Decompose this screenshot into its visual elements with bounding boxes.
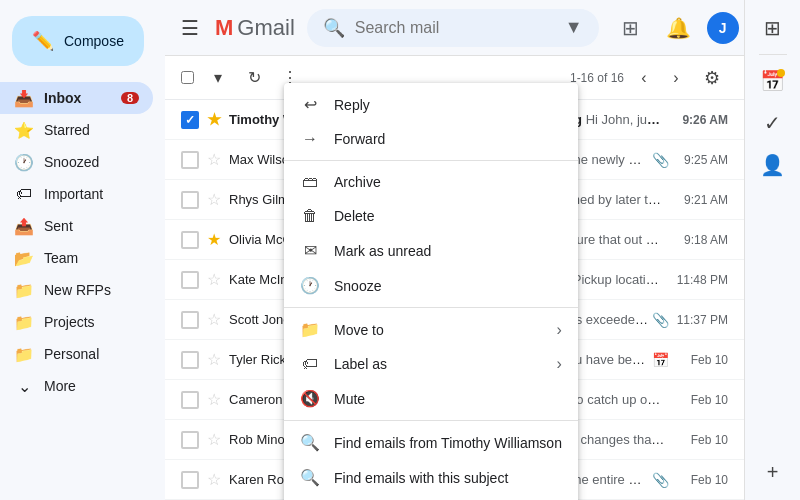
right-tasks-icon[interactable]: ✓	[753, 103, 793, 143]
prev-page-btn[interactable]: ‹	[628, 62, 660, 94]
email-time: 11:48 PM	[673, 273, 728, 287]
email-icons: 📎	[652, 312, 669, 328]
sidebar-item-label: Team	[44, 250, 78, 266]
star-icon[interactable]: ☆	[207, 310, 221, 329]
menu-item-open-window[interactable]: ⧉ Open in new window	[284, 495, 578, 500]
newrfps-icon: 📁	[14, 281, 34, 300]
menu-divider	[284, 160, 578, 161]
menu-divider	[284, 420, 578, 421]
email-checkbox[interactable]	[181, 471, 199, 489]
settings-btn[interactable]: ⚙	[696, 62, 728, 94]
sidebar-item-sent[interactable]: 📤 Sent	[0, 210, 153, 242]
right-apps-icon[interactable]: ⊞	[753, 8, 793, 48]
star-icon[interactable]: ☆	[207, 150, 221, 169]
sidebar-item-inbox[interactable]: 📥 Inbox 8	[0, 82, 153, 114]
menu-item-archive[interactable]: 🗃 Archive	[284, 165, 578, 199]
starred-icon: ⭐	[14, 121, 34, 140]
email-time: 9:25 AM	[673, 153, 728, 167]
menu-icon-archive: 🗃	[300, 173, 320, 191]
sidebar: ✏️ Compose 📥 Inbox 8 ⭐ Starred 🕐 Snoozed…	[0, 0, 165, 500]
next-page-btn[interactable]: ›	[660, 62, 692, 94]
sidebar-item-personal[interactable]: 📁 Personal	[0, 338, 153, 370]
menu-label-archive: Archive	[334, 174, 562, 190]
email-checkbox[interactable]	[181, 271, 199, 289]
page-info: 1-16 of 16	[570, 71, 624, 85]
page-nav: ‹ ›	[628, 62, 692, 94]
notifications-icon[interactable]: 🔔	[659, 8, 699, 48]
select-all-checkbox[interactable]	[181, 71, 194, 84]
sidebar-item-important[interactable]: 🏷 Important	[0, 178, 153, 210]
menu-label-forward: Forward	[334, 131, 562, 147]
star-icon[interactable]: ☆	[207, 430, 221, 449]
refresh-btn[interactable]: ↻	[238, 62, 270, 94]
menu-label-reply: Reply	[334, 97, 562, 113]
menu-icon-label-as: 🏷	[300, 355, 320, 373]
star-icon[interactable]: ☆	[207, 350, 221, 369]
right-calendar-icon[interactable]: 📅	[753, 61, 793, 101]
menu-item-mute[interactable]: 🔇 Mute	[284, 381, 578, 416]
menu-icon-forward: →	[300, 130, 320, 148]
search-input[interactable]	[355, 19, 555, 37]
right-contacts-icon[interactable]: 👤	[753, 145, 793, 185]
right-add-icon[interactable]: +	[753, 452, 793, 492]
sidebar-item-team[interactable]: 📂 Team	[0, 242, 153, 274]
menu-item-move-to[interactable]: 📁 Move to ›	[284, 312, 578, 347]
star-icon[interactable]: ☆	[207, 190, 221, 209]
compose-label: Compose	[64, 33, 124, 49]
star-icon[interactable]: ☆	[207, 270, 221, 289]
menu-item-delete[interactable]: 🗑 Delete	[284, 199, 578, 233]
team-icon: 📂	[14, 249, 34, 268]
email-checkbox[interactable]	[181, 231, 199, 249]
apps-icon[interactable]: ⊞	[611, 8, 651, 48]
gmail-m-letter: M	[215, 15, 233, 41]
sidebar-item-projects[interactable]: 📁 Projects	[0, 306, 153, 338]
search-icon: 🔍	[323, 17, 345, 39]
sidebar-item-more[interactable]: ⌄ More	[0, 370, 153, 402]
star-icon[interactable]: ★	[207, 230, 221, 249]
menu-label-delete: Delete	[334, 208, 562, 224]
sidebar-item-snoozed[interactable]: 🕐 Snoozed	[0, 146, 153, 178]
menu-item-forward[interactable]: → Forward	[284, 122, 578, 156]
menu-item-find-from[interactable]: 🔍 Find emails from Timothy Williamson	[284, 425, 578, 460]
attachment-icon: 📎	[652, 152, 669, 168]
sidebar-item-label: Projects	[44, 314, 95, 330]
avatar[interactable]: J	[707, 12, 739, 44]
star-icon[interactable]: ★	[207, 110, 221, 129]
menu-item-find-subject[interactable]: 🔍 Find emails with this subject	[284, 460, 578, 495]
menu-item-reply[interactable]: ↩ Reply	[284, 87, 578, 122]
email-time: Feb 10	[673, 473, 728, 487]
email-checkbox[interactable]	[181, 391, 199, 409]
right-panel: ⊞ 📅 ✓ 👤 +	[744, 0, 800, 500]
sidebar-item-label: New RFPs	[44, 282, 111, 298]
menu-item-label-as[interactable]: 🏷 Label as ›	[284, 347, 578, 381]
context-menu: ↩ Reply → Forward 🗃 Archive 🗑 Delete ✉ M…	[284, 83, 578, 500]
star-icon[interactable]: ☆	[207, 470, 221, 489]
email-checkbox[interactable]	[181, 151, 199, 169]
email-checkbox[interactable]	[181, 311, 199, 329]
sidebar-item-newrfps[interactable]: 📁 New RFPs	[0, 274, 153, 306]
calendar-icon: 📅	[652, 352, 669, 368]
topbar-icons: ⊞ 🔔 J	[611, 8, 739, 48]
menu-icon-mute: 🔇	[300, 389, 320, 408]
email-checkbox[interactable]	[181, 431, 199, 449]
search-dropdown-icon[interactable]: ▼	[565, 17, 583, 38]
menu-item-snooze[interactable]: 🕐 Snooze	[284, 268, 578, 303]
projects-icon: 📁	[14, 313, 34, 332]
compose-button[interactable]: ✏️ Compose	[12, 16, 144, 66]
search-bar[interactable]: 🔍 ▼	[307, 9, 599, 47]
email-time: Feb 10	[673, 433, 728, 447]
sidebar-item-label: Snoozed	[44, 154, 99, 170]
email-checkbox[interactable]: ✓	[181, 111, 199, 129]
menu-item-mark-unread[interactable]: ✉ Mark as unread	[284, 233, 578, 268]
star-icon[interactable]: ☆	[207, 390, 221, 409]
hamburger-icon[interactable]: ☰	[181, 16, 199, 40]
sidebar-item-label: More	[44, 378, 76, 394]
menu-icon-delete: 🗑	[300, 207, 320, 225]
email-icons: 📅	[652, 352, 669, 368]
email-time: 9:21 AM	[673, 193, 728, 207]
select-dropdown-btn[interactable]: ▾	[202, 62, 234, 94]
email-snippet: Hi John, just confirming our upcoming me…	[586, 112, 665, 127]
email-checkbox[interactable]	[181, 191, 199, 209]
email-checkbox[interactable]	[181, 351, 199, 369]
sidebar-item-starred[interactable]: ⭐ Starred	[0, 114, 153, 146]
